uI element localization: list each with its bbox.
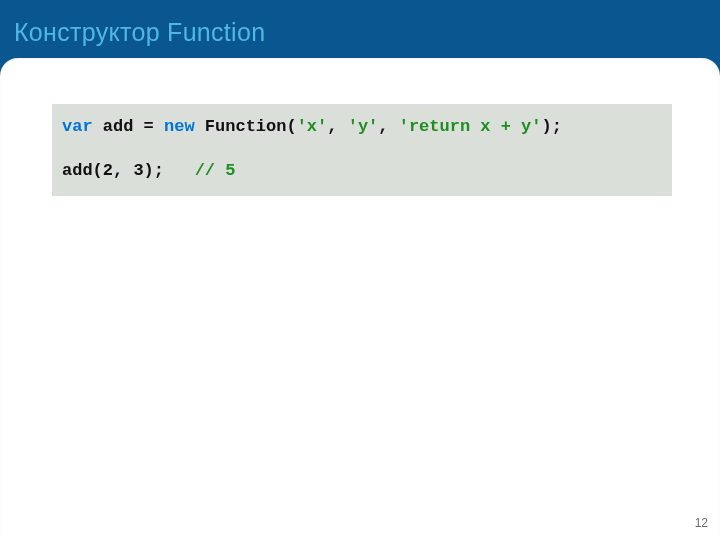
code-keyword-new: new <box>164 117 195 136</box>
code-text: , <box>378 117 398 136</box>
code-text: add(2, 3); <box>62 161 195 180</box>
slide: Конструктор Function var add = new Funct… <box>0 0 720 540</box>
page-number: 12 <box>695 516 708 530</box>
code-string: 'y' <box>348 117 379 136</box>
code-blank-line <box>62 139 72 158</box>
code-text: , <box>327 117 347 136</box>
code-text: Function( <box>195 117 297 136</box>
code-block: var add = new Function('x', 'y', 'return… <box>52 104 672 196</box>
code-comment: // 5 <box>195 161 236 180</box>
code-string: 'x' <box>297 117 328 136</box>
code-text: add = <box>93 117 164 136</box>
code-text: ); <box>542 117 562 136</box>
code-string: 'return x + y' <box>399 117 542 136</box>
code-keyword-var: var <box>62 117 93 136</box>
slide-header: Конструктор Function <box>0 0 720 60</box>
slide-title: Конструктор Function <box>14 18 706 47</box>
slide-body: var add = new Function('x', 'y', 'return… <box>0 58 720 540</box>
